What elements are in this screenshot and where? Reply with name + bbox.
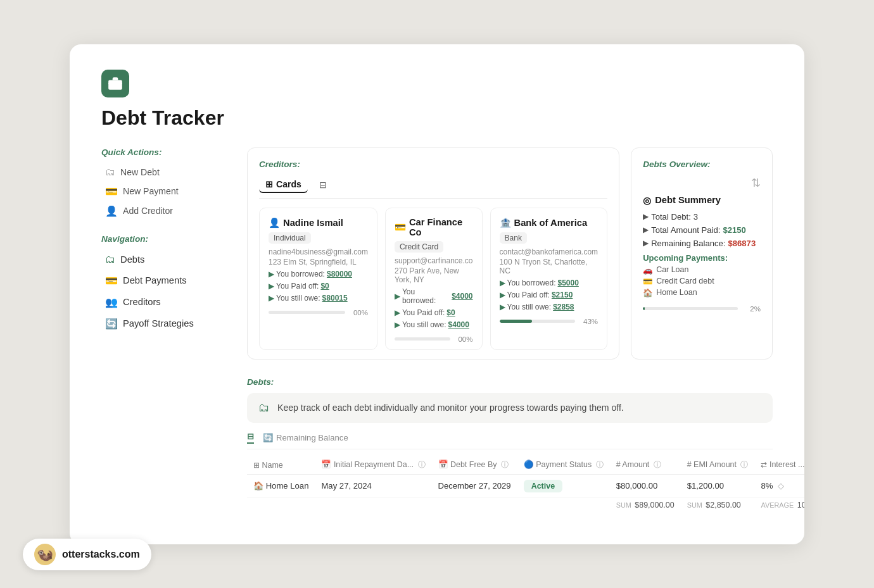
creditor-owe-0: ▶ You still owe: $80015	[269, 294, 368, 303]
table-view-grid-icon: ⊟	[247, 432, 254, 441]
upcoming-label: Upcoming Payments:	[643, 253, 761, 263]
creditor-card-2: 🏦 Bank of America Bank contact@bankofame…	[490, 208, 608, 350]
overview-section-label: Debts Overview:	[643, 160, 761, 169]
creditor-tag-2: Bank	[500, 232, 527, 244]
new-payment-icon: 💳	[105, 185, 118, 197]
hash-icon-emi: #	[687, 460, 692, 469]
creditcard-icon-1: 💳	[395, 222, 406, 233]
creditors-section-label: Creditors:	[259, 160, 607, 169]
col-payment-status: 🔵 Payment Status ⓘ	[517, 456, 610, 475]
debt-payments-nav-icon: 💳	[105, 275, 118, 287]
new-payment-action[interactable]: 💳 New Payment	[101, 182, 228, 201]
hash-icon: #	[616, 460, 621, 469]
stepper-icon[interactable]: ◇	[778, 481, 784, 491]
sum-interest: AVERAGE 10.833%	[754, 497, 804, 512]
creditor-cards-list: 👤 Nadine Ismail Individual nadine4busine…	[259, 208, 607, 350]
creditor-paidoff-1: ▶ You Paid off: $0	[395, 308, 473, 317]
table-header-row: ⊞ Name 📅 Initial Repayment Da... ⓘ 📅 Deb…	[247, 456, 804, 475]
top-panels: Creditors: ⊞ Cards ⊟	[247, 147, 773, 360]
creditor-name-0: 👤 Nadine Ismail	[269, 217, 368, 228]
creditor-card-0: 👤 Nadine Ismail Individual nadine4busine…	[259, 208, 377, 350]
sum-amount: SUM $89,000.00	[610, 497, 681, 512]
debts-section: Debts: 🗂 Keep track of each debt individ…	[247, 377, 773, 512]
table-row: 🏠 Home Loan May 27, 2024 December 27, 20…	[247, 474, 804, 497]
sidebar-item-creditors[interactable]: 👥 Creditors	[101, 292, 228, 312]
creditor-address-1: 270 Park Ave, New York, NY	[395, 266, 473, 284]
new-payment-label: New Payment	[123, 186, 179, 196]
creditor-email-2: contact@bankofamerica.com	[500, 247, 598, 256]
debts-overview-panel: Debts Overview: ⇅ ◎ Debt Summery ▶ Total…	[631, 147, 773, 360]
info-banner: 🗂 Keep track of each debt individually a…	[247, 393, 773, 423]
creditor-address-0: 123 Elm St, Springfield, IL	[269, 258, 368, 266]
cell-emi-0: $1,200.00	[681, 474, 755, 497]
creditor-paidoff-0: ▶ You Paid off: $0	[269, 282, 368, 291]
overview-icon-row: ⇅	[643, 177, 761, 190]
col-initial-repayment: 📅 Initial Repayment Da... ⓘ	[315, 456, 431, 475]
creditor-tag-1: Credit Card	[395, 241, 443, 253]
sum-row: SUM $89,000.00 SUM $2,850.00 AVERAGE 10.…	[247, 497, 804, 512]
payoff-nav-label: Payoff Strategies	[123, 318, 194, 328]
table-view-btn[interactable]: ⊟	[247, 432, 254, 444]
tab-cards-label: Cards	[276, 179, 301, 189]
app-container: Debt Tracker Quick Actions: 🗂 New Debt 💳…	[70, 44, 804, 544]
sidebar-item-payoff-strategies[interactable]: 🔄 Payoff Strategies	[101, 314, 228, 334]
cell-interest-0: 8% ◇	[754, 474, 804, 497]
sum-emi: SUM $2,850.00	[681, 497, 755, 512]
creditor-borrowed-1: ▶ You borrowed: $4000	[395, 287, 473, 305]
creditors-nav-icon: 👥	[105, 296, 118, 308]
add-creditor-icon: 👤	[105, 205, 118, 217]
creditors-nav-label: Creditors	[123, 297, 161, 307]
status-icon: 🔵	[524, 460, 534, 469]
col-amount: # Amount ⓘ	[610, 456, 681, 475]
creditor-address-2: 100 N Tryon St, Charlotte, NC	[500, 258, 598, 275]
tab-table[interactable]: ⊟	[313, 177, 333, 192]
upcoming-car-loan: 🚗 Car Loan	[643, 265, 761, 275]
overview-pct: 2%	[742, 305, 761, 313]
debt-payments-nav-label: Debt Payments	[123, 275, 187, 285]
info-icon: 🗂	[258, 401, 270, 415]
creditor-pct-2: 43%	[579, 318, 598, 325]
grid-icon: ⊞	[265, 179, 273, 189]
upcoming-credit-card: 💳 Credit Card debt	[643, 277, 761, 286]
debt-free-icon: 📅	[438, 460, 448, 469]
app-title: Debt Tracker	[101, 106, 773, 130]
otter-avatar: 🦦	[34, 544, 56, 565]
creditor-owe-2: ▶ You still owe: $2858	[500, 303, 598, 311]
table-controls: ⊟ 🔄 Remaining Balance	[247, 432, 773, 449]
navigation-section: Navigation: 🗂 Debts 💳 Debt Payments 👥 Cr…	[101, 234, 228, 334]
tab-cards[interactable]: ⊞ Cards	[259, 177, 308, 193]
home-loan-row-icon: 🏠	[253, 481, 263, 491]
footer-brand: 🦦 otterstacks.com	[23, 539, 151, 570]
payoff-nav-icon: 🔄	[105, 318, 118, 330]
sidebar: Quick Actions: 🗂 New Debt 💳 New Payment …	[101, 147, 228, 512]
debts-nav-label: Debts	[120, 254, 144, 265]
remaining-balance-view-btn[interactable]: 🔄 Remaining Balance	[263, 433, 348, 442]
debt-summary-title: ◎ Debt Summery	[643, 195, 761, 206]
add-creditor-action[interactable]: 👤 Add Creditor	[101, 202, 228, 220]
sidebar-item-debt-payments[interactable]: 💳 Debt Payments	[101, 271, 228, 291]
filter-icon[interactable]: ⇅	[751, 177, 761, 190]
debts-label: Debts:	[247, 377, 773, 387]
creditors-panel: Creditors: ⊞ Cards ⊟	[247, 147, 619, 360]
cell-name-0: 🏠 Home Loan	[247, 474, 315, 497]
col-emi-amount: # EMI Amount ⓘ	[681, 456, 755, 475]
debts-nav-icon: 🗂	[105, 254, 115, 265]
info-text: Keep track of each debt individually and…	[277, 403, 624, 413]
new-debt-action[interactable]: 🗂 New Debt	[101, 163, 228, 181]
creditor-progress-0: 00%	[269, 309, 368, 316]
add-creditor-label: Add Creditor	[123, 206, 173, 216]
creditor-name-2: 🏦 Bank of America	[500, 217, 598, 228]
creditor-card-1: 💳 Car Finance Co Credit Card support@car…	[385, 208, 483, 350]
creditor-pct-0: 00%	[349, 309, 368, 316]
credit-card-icon: 💳	[643, 277, 653, 286]
sidebar-item-debts[interactable]: 🗂 Debts	[101, 250, 228, 269]
col-name: ⊞ Name	[247, 456, 315, 475]
app-icon	[101, 70, 129, 97]
debts-table: ⊞ Name 📅 Initial Repayment Da... ⓘ 📅 Deb…	[247, 456, 804, 512]
remaining-balance-row: ▶ Remaining Balance: $86873	[643, 239, 761, 248]
creditor-tag-0: Individual	[269, 232, 311, 244]
cell-initial-date-0: May 27, 2024	[315, 474, 431, 497]
briefcase-icon	[107, 75, 124, 92]
overview-progress: 2%	[643, 305, 761, 313]
creditor-name-1: 💳 Car Finance Co	[395, 217, 473, 237]
